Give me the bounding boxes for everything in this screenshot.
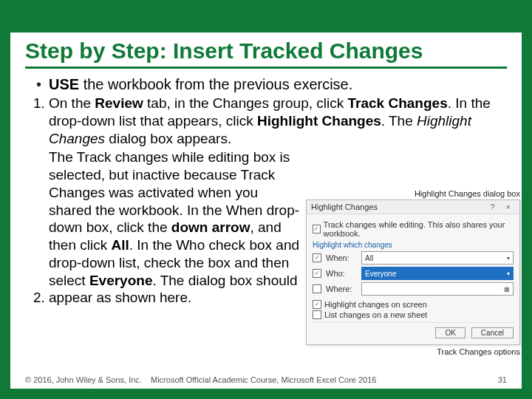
page-title: Step by Step: Insert Tracked Changes (25, 38, 507, 64)
ok-button[interactable]: OK (435, 327, 465, 338)
where-label: Where: (326, 284, 357, 293)
chevron-down-icon: ▾ (507, 255, 510, 262)
checkbox-icon (313, 284, 321, 293)
when-row: ✓ When: All ▾ (313, 251, 514, 265)
who-dropdown[interactable]: Everyone ▾ (361, 267, 514, 280)
group-label: Highlight which changes (313, 241, 514, 249)
opt-newsheet-row: List changes on a new sheet (313, 310, 514, 319)
callout-top: Highlight Changes dialog box (306, 189, 520, 198)
footer-page: 31 (498, 375, 507, 384)
who-row: ✓ Who: Everyone ▾ (313, 267, 514, 280)
title-divider (25, 66, 507, 69)
dialog-figure: Highlight Changes dialog box Highlight C… (306, 189, 520, 356)
slide: Step by Step: Insert Tracked Changes • U… (0, 0, 532, 399)
checkbox-icon: ✓ (313, 225, 321, 233)
who-value: Everyone (365, 270, 396, 278)
where-input[interactable]: ▦ (361, 282, 514, 296)
cancel-button[interactable]: Cancel (471, 327, 514, 338)
dialog-title-text: Highlight Changes (311, 202, 378, 211)
opt-newsheet-label: List changes on a new sheet (324, 310, 427, 319)
use-text: USE the workbook from the previous exerc… (49, 76, 352, 93)
highlight-changes-dialog: Highlight Changes ? × ✓ Track changes wh… (306, 200, 520, 345)
when-label: When: (326, 253, 357, 262)
checkbox-icon: ✓ (313, 300, 321, 309)
step-1: On the Review tab, in the Changes group,… (49, 95, 507, 147)
dialog-titlebar: Highlight Changes ? × (307, 200, 519, 214)
track-changes-checkbox-row: ✓ Track changes while editing. This also… (313, 220, 514, 238)
when-value: All (365, 254, 373, 262)
who-label: Who: (326, 269, 357, 278)
opt-onscreen-row: ✓ Highlight changes on screen (313, 300, 514, 309)
footer-copyright: © 2016, John Wiley & Sons, Inc. (25, 375, 142, 384)
checkbox-icon: ✓ (313, 253, 321, 262)
dialog-window-icons: ? × (490, 202, 515, 211)
use-line: • USE the workbook from the previous exe… (25, 76, 507, 93)
footer-course: Microsoft Official Academic Course, Micr… (151, 375, 376, 384)
use-rest: the workbook from the previous exercise. (79, 76, 352, 92)
when-dropdown[interactable]: All ▾ (361, 251, 514, 265)
use-prefix: USE (49, 76, 79, 92)
dialog-buttons: OK Cancel (313, 322, 514, 338)
footer: © 2016, John Wiley & Sons, Inc. Microsof… (25, 375, 507, 384)
opt-onscreen-label: Highlight changes on screen (324, 300, 427, 309)
checkbox-icon (313, 310, 321, 319)
chevron-down-icon: ▾ (507, 270, 510, 277)
callout-bottom: Track Changes options (306, 347, 520, 356)
track-changes-label: Track changes while editing. This also s… (324, 220, 514, 238)
range-picker-icon: ▦ (504, 286, 510, 293)
where-row: Where: ▦ (313, 282, 514, 296)
checkbox-icon: ✓ (313, 269, 321, 278)
bullet-dot: • (25, 76, 41, 93)
